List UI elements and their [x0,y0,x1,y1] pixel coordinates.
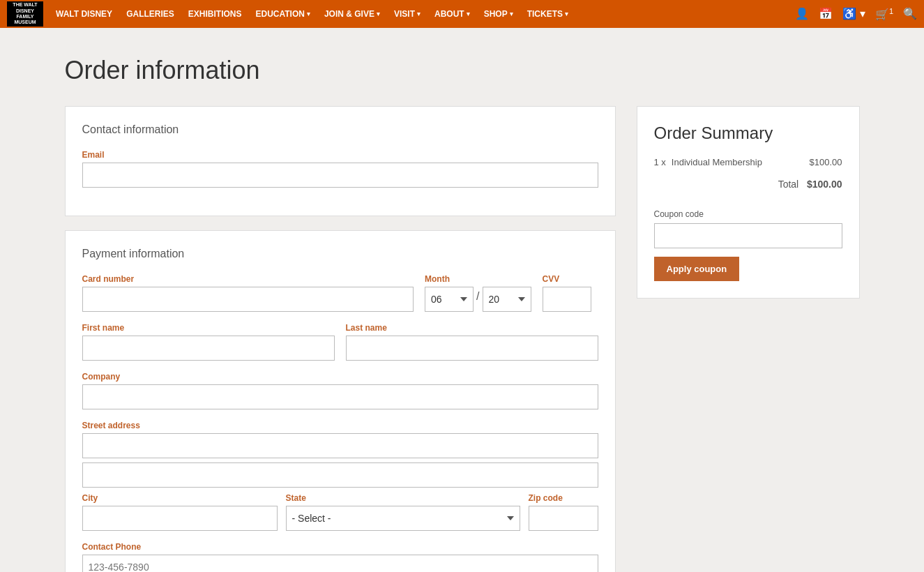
order-item-qty: 1 x [654,157,666,167]
email-input[interactable] [82,163,598,188]
first-name-input[interactable] [82,336,335,361]
order-item-price: $100.00 [810,157,842,167]
first-name-label: First name [82,323,335,333]
company-input[interactable] [82,384,598,409]
content-layout: Contact information Email Payment inform… [65,106,860,572]
payment-card: Payment information Card number Month 01… [65,230,616,572]
last-name-label: Last name [346,323,598,333]
city-label: City [82,493,278,503]
join-arrow-icon: ▾ [377,10,380,17]
left-column: Contact information Email Payment inform… [65,106,616,572]
nav-exhibitions[interactable]: EXHIBITIONS [183,0,248,28]
order-total-label: Total [778,179,799,190]
city-group: City [82,493,278,531]
tickets-arrow-icon: ▾ [565,10,568,17]
cvv-group: CVV [543,274,598,312]
last-name-group: Last name [346,323,598,361]
order-item-row: 1 x Individual Membership $100.00 [654,157,842,167]
state-label: State [286,493,520,503]
page-container: Order information Contact information Em… [44,28,881,572]
year-select[interactable]: 20 21 22 23 24 25 [483,287,531,312]
street-address-input-1[interactable] [82,433,598,458]
order-total-value: $100.00 [807,179,842,190]
name-row: First name Last name [82,323,598,372]
state-group: State - Select - California New York [286,493,520,531]
contact-card: Contact information Email [65,106,616,216]
order-total-row: Total $100.00 [654,179,842,195]
street-address-label: Street address [82,421,598,430]
card-number-label: Card number [82,274,414,284]
apply-coupon-button[interactable]: Apply coupon [654,257,740,281]
phone-group: Contact Phone [82,542,598,572]
nav-galleries[interactable]: GALLERIES [121,0,180,28]
phone-input[interactable] [82,555,598,572]
nav-shop[interactable]: SHOP▾ [478,0,519,28]
card-number-group: Card number [82,274,414,312]
cart-count: 1 [889,7,893,15]
nav-icon-area: 👤 📅 ♿ ▾ 🛒1 🔍 [795,7,917,21]
cvv-input[interactable] [543,287,591,312]
street-address-group: Street address [82,421,598,488]
zip-group: Zip code [529,493,598,531]
nav-walt-disney[interactable]: WALT DISNEY [50,0,118,28]
month-select[interactable]: 01 02 03 04 05 06 07 08 09 10 11 [425,287,474,312]
main-nav: THE WALTDISNEYFAMILYMUSEUM WALT DISNEY G… [0,0,924,28]
coupon-input[interactable] [654,223,842,248]
accessibility-icon[interactable]: ♿ ▾ [842,7,865,20]
search-icon[interactable]: 🔍 [903,7,917,20]
education-arrow-icon: ▾ [307,10,310,17]
shop-arrow-icon: ▾ [510,10,513,17]
payment-section-title: Payment information [82,248,598,260]
nav-items: WALT DISNEY GALLERIES EXHIBITIONS EDUCAT… [50,0,795,28]
company-label: Company [82,372,598,382]
city-state-zip-row: City State - Select - California New Yor… [82,493,598,531]
month-group: Month 01 02 03 04 05 06 07 08 [425,274,531,312]
order-item-desc: Individual Membership [672,157,804,167]
nav-join-give[interactable]: JOIN & GIVE▾ [319,0,386,28]
page-title: Order information [65,56,860,85]
about-arrow-icon: ▾ [467,10,470,17]
zip-label: Zip code [529,493,598,503]
logo[interactable]: THE WALTDISNEYFAMILYMUSEUM [7,1,43,27]
cart-icon[interactable]: 🛒1 [875,7,893,21]
calendar-icon[interactable]: 📅 [819,7,833,20]
nav-education[interactable]: EDUCATION▾ [250,0,315,28]
nav-tickets[interactable]: TICKETS▾ [522,0,574,28]
right-column: Order Summary 1 x Individual Membership … [637,106,860,299]
phone-label: Contact Phone [82,542,598,552]
zip-input[interactable] [529,506,598,531]
cvv-label: CVV [543,274,598,284]
order-summary-card: Order Summary 1 x Individual Membership … [637,106,860,299]
nav-visit[interactable]: VISIT▾ [388,0,426,28]
coupon-label: Coupon code [654,209,842,219]
user-icon[interactable]: 👤 [795,7,809,20]
card-number-input[interactable] [82,287,414,312]
logo-text: THE WALTDISNEYFAMILYMUSEUM [13,2,37,26]
slash-separator: / [476,290,479,308]
city-input[interactable] [82,506,278,531]
email-group: Email [82,150,598,188]
first-name-group: First name [82,323,335,361]
company-group: Company [82,372,598,409]
state-select[interactable]: - Select - California New York [286,506,520,531]
contact-section-title: Contact information [82,123,598,136]
street-address-input-2[interactable] [82,462,598,488]
last-name-input[interactable] [346,336,598,361]
month-label: Month [425,274,531,284]
visit-arrow-icon: ▾ [417,10,421,17]
nav-about[interactable]: ABOUT▾ [429,0,476,28]
email-label: Email [82,150,598,160]
order-summary-title: Order Summary [654,123,842,143]
